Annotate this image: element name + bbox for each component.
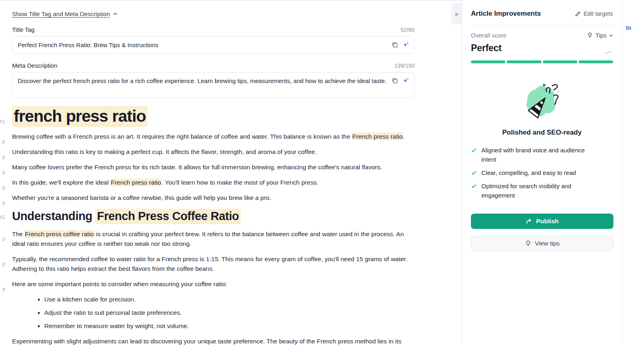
checkmark-icon — [471, 170, 477, 176]
editor-blocks: h1french press ratiopBrewing coffee with… — [12, 106, 415, 345]
progress-segment — [507, 60, 541, 63]
block-type-marker: p — [2, 343, 5, 345]
text-segment: Brewing coffee with a French press is an… — [12, 133, 352, 140]
editor-block-p[interactable]: In this guide, we'll explore the ideal F… — [12, 178, 415, 187]
editor-block-p[interactable]: Experimenting with slight adjustments ca… — [12, 337, 415, 345]
block-type-marker: p — [2, 169, 5, 175]
checklist-item: Optimized for search visibility and enga… — [471, 181, 613, 200]
text-segment: In this guide, we'll explore the ideal — [12, 179, 110, 186]
highlighted-keyword: French press coffee ratio — [25, 230, 94, 238]
celebration-illustration — [471, 81, 613, 123]
text-segment: . You'll learn how to make the most of y… — [161, 179, 318, 186]
overall-score-value: Perfect — [471, 43, 613, 54]
text-segment: . — [403, 133, 405, 140]
text-segment: The — [12, 231, 25, 237]
block-type-marker: h2 — [0, 214, 5, 220]
text-segment: Many coffee lovers prefer the French pre… — [12, 164, 382, 170]
block-type-marker: p — [2, 200, 5, 206]
score-progress-bar — [471, 60, 613, 63]
meta-description-counter: 139/150 — [394, 62, 415, 69]
block-type-marker: p — [2, 139, 5, 144]
text-segment: Typically, the recommended coffee to wat… — [12, 256, 407, 272]
block-type-marker: p — [2, 286, 5, 292]
bullet-item[interactable]: Adjust the ratio to suit personal taste … — [44, 308, 415, 318]
text-segment: Understanding this ratio is key to makin… — [12, 148, 317, 155]
right-edge-panel: In — [622, 0, 644, 345]
publish-label: Publish — [536, 218, 559, 225]
panel-divider — [471, 25, 613, 26]
checklist-text: Aligned with brand voice and audience in… — [481, 145, 601, 164]
title-tag-counter: 52/60 — [400, 27, 415, 33]
checkmark-icon — [471, 147, 477, 153]
block-type-marker: h1 — [0, 119, 5, 125]
highlighted-keyword: French press ratio — [110, 179, 161, 186]
bullet-item[interactable]: Use a kitchen scale for precision. — [44, 295, 415, 304]
meta-description-input[interactable]: Discover the perfect french press ratio … — [12, 72, 415, 98]
editor-block-p[interactable]: Brewing coffee with a French press is an… — [12, 132, 415, 141]
collapse-panel-button[interactable]: » — [451, 3, 462, 25]
checklist-item: Aligned with brand voice and audience in… — [471, 145, 613, 164]
editor-block-h1[interactable]: french press ratio — [12, 106, 415, 126]
text-segment: Understanding — [12, 210, 95, 222]
clipped-link-fragment[interactable]: In — [626, 24, 631, 31]
meta-toggle-label: Show Title Tag and Meta Description — [12, 10, 110, 17]
view-tips-button[interactable]: View tips — [471, 236, 613, 251]
lightbulb-icon — [587, 32, 593, 38]
text-segment: Whether you're a seasoned barista or a c… — [12, 194, 271, 201]
pencil-icon — [575, 11, 581, 17]
publish-arrow-icon — [526, 218, 533, 224]
copy-icon[interactable] — [391, 41, 398, 48]
editor-block-p[interactable]: Understanding this ratio is key to makin… — [12, 147, 415, 157]
highlighted-keyword: french press ratio — [12, 106, 147, 127]
lightbulb-icon — [525, 240, 531, 247]
title-tag-input[interactable]: Perfect French Press Ratio: Brew Tips & … — [12, 36, 415, 54]
bullet-item[interactable]: Remember to measure water by weight, not… — [44, 321, 415, 331]
editor-block-p[interactable]: The French press coffee ratio is crucial… — [12, 229, 415, 249]
highlighted-keyword: French press ratio — [352, 133, 403, 140]
tips-label: Tips — [595, 32, 607, 39]
copy-icon[interactable] — [391, 77, 398, 84]
checklist-text: Optimized for search visibility and enga… — [481, 181, 601, 200]
checklist-text: Clear, compelling, and easy to read — [481, 168, 576, 177]
progress-segment — [543, 60, 577, 63]
chevron-down-icon — [609, 33, 613, 37]
edit-targets-label: Edit targets — [584, 10, 613, 17]
editor-block-p[interactable]: Whether you're a seasoned barista or a c… — [12, 193, 415, 203]
checkmark-icon — [471, 183, 477, 189]
title-tag-label: Title Tag — [12, 26, 35, 33]
result-title: Polished and SEO-ready — [471, 129, 613, 137]
tips-dropdown[interactable]: Tips — [587, 32, 613, 39]
checklist-item: Clear, compelling, and easy to read — [471, 168, 613, 177]
overall-score-label: Overall score — [471, 32, 506, 39]
meta-description-value: Discover the perfect french press ratio … — [18, 76, 387, 85]
text-segment: Here are some important points to consid… — [12, 281, 227, 287]
editor-block-p[interactable]: Many coffee lovers prefer the French pre… — [12, 162, 415, 172]
block-type-marker: p — [2, 236, 5, 242]
ai-sparkles-icon[interactable] — [402, 77, 409, 84]
meta-section-toggle[interactable]: Show Title Tag and Meta Description — [12, 10, 118, 17]
text-segment: Experimenting with slight adjustments ca… — [12, 338, 401, 345]
ai-sparkles-icon[interactable] — [402, 41, 409, 48]
block-type-marker: p — [2, 185, 5, 190]
edit-targets-button[interactable]: Edit targets — [575, 10, 613, 17]
title-tag-value: Perfect French Press Ratio: Brew Tips & … — [18, 40, 387, 50]
editor-block-p[interactable]: Here are some important points to consid… — [12, 279, 415, 289]
view-tips-label: View tips — [535, 240, 560, 247]
highlighted-keyword: French Press Coffee Ratio — [95, 209, 241, 224]
editor-block-h2[interactable]: Understanding French Press Coffee Ratio — [12, 208, 415, 224]
block-type-marker: p — [2, 154, 5, 160]
result-checklist: Aligned with brand voice and audience in… — [471, 145, 613, 200]
meta-description-label: Meta Description — [12, 62, 58, 69]
article-improvements-panel: Article Improvements Edit targets Overal… — [462, 0, 622, 345]
double-chevron-right-icon: » — [455, 10, 458, 18]
article-editor: Show Title Tag and Meta Description Titl… — [0, 0, 449, 345]
progress-segment — [579, 60, 613, 63]
editor-block-p[interactable]: Typically, the recommended coffee to wat… — [12, 254, 415, 274]
progress-segment — [471, 60, 505, 63]
bullet-list[interactable]: Use a kitchen scale for precision.Adjust… — [12, 295, 415, 331]
block-type-marker: p — [2, 261, 5, 267]
panel-title: Article Improvements — [471, 10, 541, 18]
chevron-up-icon — [113, 12, 118, 16]
publish-button[interactable]: Publish — [471, 214, 613, 229]
